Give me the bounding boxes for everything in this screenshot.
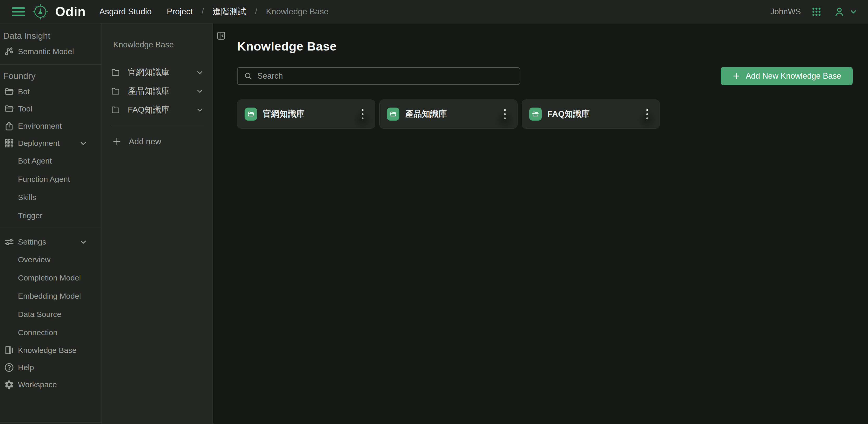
folder-name: 官網知識庫 xyxy=(128,67,169,78)
sidebar-item-workspace[interactable]: Workspace xyxy=(0,376,101,393)
deployment-grid-icon xyxy=(4,138,14,148)
card-title: FAQ知識庫 xyxy=(548,108,590,120)
add-new-folder-button[interactable]: Add new xyxy=(111,133,204,150)
hamburger-menu-icon[interactable] xyxy=(12,7,25,16)
plus-icon xyxy=(112,137,122,146)
sidebar-item-deployment[interactable]: Deployment xyxy=(0,135,101,152)
search-input[interactable] xyxy=(257,72,514,81)
folder-open-icon xyxy=(532,110,539,118)
sidebar-item-label: Completion Model xyxy=(18,274,81,282)
knowledge-base-card[interactable]: FAQ知識庫 xyxy=(522,100,660,129)
section-foundry: Foundry xyxy=(0,69,101,83)
sidebar-item-label: Semantic Model xyxy=(18,47,74,56)
semantic-model-icon xyxy=(4,46,14,57)
sidebar-item-label: Settings xyxy=(18,237,46,246)
sidebar-item-label: Environment xyxy=(18,122,62,131)
sidebar-item-label: Deployment xyxy=(18,139,60,148)
controls-row: Add New Knowledge Base xyxy=(237,67,852,85)
page-title: Knowledge Base xyxy=(237,39,852,53)
chevron-down-icon xyxy=(79,237,88,246)
sidebar-item-label: Tool xyxy=(18,105,32,113)
folder-tile xyxy=(387,108,399,120)
folder-open-icon xyxy=(4,104,14,114)
sidebar-subitem-bot-agent[interactable]: Bot Agent xyxy=(0,152,101,170)
sidebar-subitem-connection[interactable]: Connection xyxy=(0,323,101,342)
sidebar-item-settings[interactable]: Settings xyxy=(0,233,101,251)
topbar-right: JohnWS xyxy=(770,6,858,17)
username-label: JohnWS xyxy=(770,7,801,17)
help-circle-icon xyxy=(4,362,14,373)
add-new-knowledge-base-button[interactable]: Add New Knowledge Base xyxy=(721,67,852,85)
sidebar-subitem-skills[interactable]: Skills xyxy=(0,188,101,206)
folder-item[interactable]: FAQ知識庫 xyxy=(111,101,204,119)
add-button-label: Add New Knowledge Base xyxy=(746,72,841,81)
chevron-down-icon[interactable] xyxy=(196,106,204,114)
sidebar-item-label: Connection xyxy=(18,328,58,337)
upload-icon xyxy=(4,121,14,131)
knowledge-base-cards: 官網知識庫 產品知識庫 xyxy=(237,100,852,129)
folder-icon xyxy=(111,87,120,95)
sidebar-item-label: Help xyxy=(18,363,34,372)
knowledge-base-card[interactable]: 官網知識庫 xyxy=(237,100,375,129)
folder-tile xyxy=(245,108,257,120)
sidebar-item-label: Skills xyxy=(18,193,36,202)
card-title: 官網知識庫 xyxy=(263,108,304,120)
folder-item[interactable]: 產品知識庫 xyxy=(111,82,204,101)
sidebar-item-label: Trigger xyxy=(18,211,42,220)
folder-name: FAQ知識庫 xyxy=(128,104,169,116)
brand-title: Odin xyxy=(55,4,86,19)
book-icon xyxy=(4,345,14,356)
breadcrumb-project[interactable]: Project xyxy=(167,7,193,17)
sidebar-item-bot[interactable]: Bot xyxy=(0,83,101,100)
sidebar-item-help[interactable]: Help xyxy=(0,359,101,376)
breadcrumb-env[interactable]: 進階測試 xyxy=(213,6,246,18)
chevron-down-icon[interactable] xyxy=(196,87,204,95)
kebab-menu-icon[interactable] xyxy=(641,104,653,124)
panel-title: Knowledge Base xyxy=(111,40,204,50)
card-title: 產品知識庫 xyxy=(405,108,447,120)
sidebar-item-semantic-model[interactable]: Semantic Model xyxy=(0,43,101,60)
chevron-down-icon[interactable] xyxy=(196,68,204,77)
settings-sliders-icon xyxy=(4,237,14,247)
nav-asgard-studio[interactable]: Asgard Studio xyxy=(99,7,152,17)
sidebar-item-label: Bot Agent xyxy=(18,157,52,165)
topbar: Odin Asgard Studio Project / 進階測試 / Know… xyxy=(0,0,868,23)
sidebar-subitem-overview[interactable]: Overview xyxy=(0,251,101,269)
breadcrumb: Project / 進階測試 / Knowledge Base xyxy=(167,6,329,18)
kebab-menu-icon[interactable] xyxy=(356,104,369,124)
folder-name: 產品知識庫 xyxy=(128,85,169,97)
sidebar-subitem-completion-model[interactable]: Completion Model xyxy=(0,269,101,287)
apps-grid-icon[interactable] xyxy=(811,6,822,17)
sidebar-item-knowledge-base[interactable]: Knowledge Base xyxy=(0,342,101,359)
sidebar-subitem-data-source[interactable]: Data Source xyxy=(0,305,101,323)
folder-tile xyxy=(529,108,542,120)
sidebar-item-label: Embedding Model xyxy=(18,292,81,301)
sidebar-subitem-function-agent[interactable]: Function Agent xyxy=(0,170,101,188)
sidebar-item-tool[interactable]: Tool xyxy=(0,100,101,117)
sidebar-subitem-embedding-model[interactable]: Embedding Model xyxy=(0,287,101,305)
sidebar-item-label: Function Agent xyxy=(18,175,70,183)
knowledge-base-card[interactable]: 產品知識庫 xyxy=(379,100,518,129)
sidebar-item-label: Data Source xyxy=(18,310,61,319)
collapse-panel-icon[interactable] xyxy=(216,30,226,41)
sidebar-item-label: Workspace xyxy=(18,380,57,389)
divider xyxy=(0,422,101,423)
user-menu-chevron-down-icon[interactable] xyxy=(849,7,858,16)
search-icon xyxy=(244,72,253,81)
kebab-menu-icon[interactable] xyxy=(499,104,511,124)
user-avatar-icon[interactable] xyxy=(834,6,845,17)
breadcrumb-separator: / xyxy=(255,7,257,17)
sidebar-subitem-trigger[interactable]: Trigger xyxy=(0,206,101,225)
folder-item[interactable]: 官網知識庫 xyxy=(111,63,204,82)
section-data-insight: Data Insight xyxy=(0,29,101,43)
sidebar-item-environment[interactable]: Environment xyxy=(0,117,101,135)
breadcrumb-current: Knowledge Base xyxy=(266,7,328,17)
sidebar-item-label: Bot xyxy=(18,87,30,96)
odin-logo-icon xyxy=(32,3,49,20)
sidebar-item-label: Knowledge Base xyxy=(18,346,76,355)
folder-open-icon xyxy=(4,86,14,97)
main-content: Knowledge Base xyxy=(213,23,868,424)
plus-icon xyxy=(732,72,741,80)
add-new-label: Add new xyxy=(129,137,161,146)
sidebar-item-label: Overview xyxy=(18,255,51,264)
